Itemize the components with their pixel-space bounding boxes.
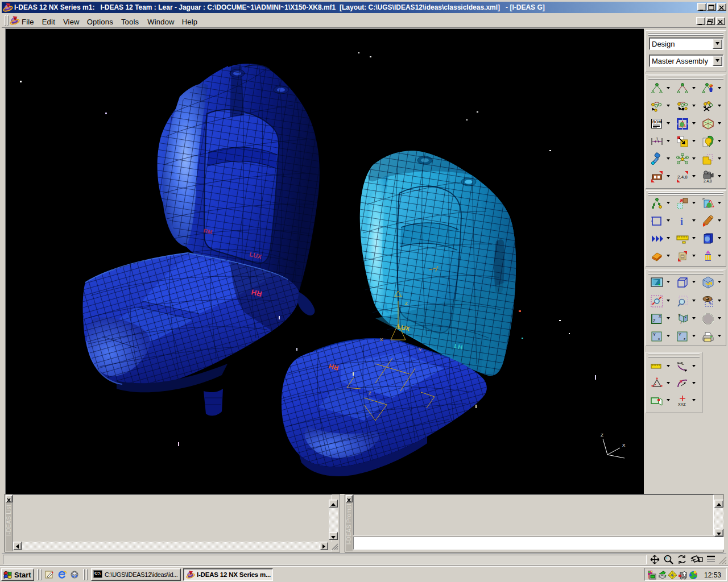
- svg-text:L: L: [682, 361, 684, 365]
- svg-text:2,4,8: 2,4,8: [677, 174, 688, 180]
- svg-text:x: x: [685, 315, 686, 319]
- svg-text:Y: Y: [678, 313, 681, 317]
- svg-text:z: z: [680, 321, 682, 324]
- svg-text:BOM: BOM: [652, 120, 662, 124]
- svg-text:Z: Z: [601, 433, 603, 438]
- svg-text:2: 2: [369, 390, 371, 396]
- svg-text:2,4,8: 2,4,8: [704, 179, 712, 183]
- svg-text:Y: Y: [653, 332, 656, 336]
- svg-text:Y: Y: [419, 347, 422, 352]
- svg-text:R: R: [680, 380, 682, 384]
- svg-text:z: z: [684, 337, 685, 340]
- svg-text:Z: Z: [653, 319, 656, 323]
- svg-text:i: i: [680, 216, 683, 227]
- svg-text:Y: Y: [679, 332, 681, 336]
- svg-text:x: x: [658, 337, 660, 340]
- svg-text:XYZ: XYZ: [678, 402, 686, 406]
- svg-text:X: X: [622, 443, 626, 448]
- svg-text:1: 1: [656, 137, 659, 141]
- svg-text:Z: Z: [405, 301, 408, 306]
- svg-text:X: X: [380, 337, 383, 342]
- svg-text:X: X: [659, 314, 661, 318]
